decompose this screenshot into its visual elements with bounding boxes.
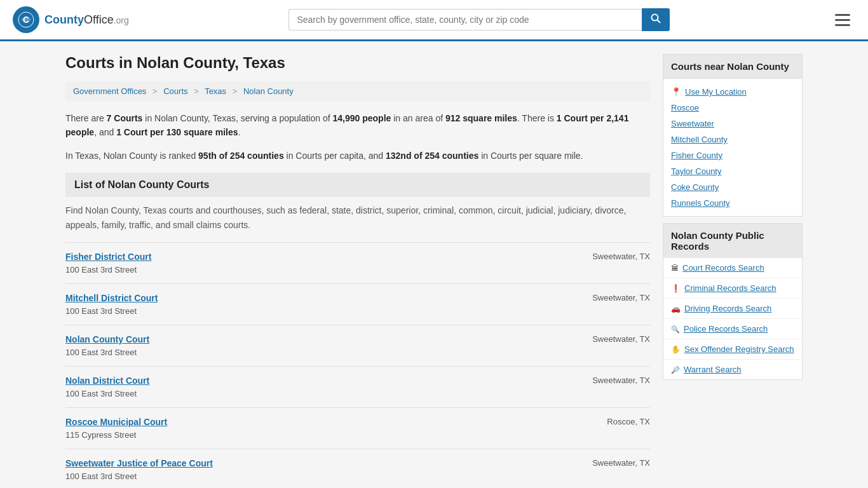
court-city-3: Sweetwater, TX xyxy=(592,376,650,385)
court-records-item[interactable]: Court Records Search xyxy=(663,258,802,278)
site-header: C CountyOffice.org xyxy=(0,0,868,41)
warrant-search-item[interactable]: Warrant Search xyxy=(663,360,802,379)
court-name-3[interactable]: Nolan District Court xyxy=(65,376,149,386)
nearby-fisher-county[interactable]: Fisher County xyxy=(663,147,802,163)
hamburger-icon xyxy=(835,14,850,26)
court-address-4: 115 Cypress Street xyxy=(65,430,136,440)
nearby-sweetwater[interactable]: Sweetwater xyxy=(663,116,802,132)
nearby-use-my-location[interactable]: 📍 Use My Location xyxy=(663,84,802,100)
logo-text: CountyOffice.org xyxy=(44,13,129,27)
breadcrumb-courts[interactable]: Courts xyxy=(163,86,187,96)
breadcrumb-nolan-county[interactable]: Nolan County xyxy=(243,86,294,96)
court-item: Roscoe Municipal Court 115 Cypress Stree… xyxy=(65,407,650,449)
police-records-icon xyxy=(671,324,680,334)
court-name-4[interactable]: Roscoe Municipal Court xyxy=(65,417,167,427)
list-section-description: Find Nolan County, Texas courts and cour… xyxy=(65,203,650,232)
search-icon xyxy=(651,13,661,24)
use-my-location-link[interactable]: Use My Location xyxy=(685,87,747,97)
court-left-2: Nolan County Court 100 East 3rd Street xyxy=(65,334,149,357)
sex-offender-icon xyxy=(671,344,681,354)
nearby-roscoe[interactable]: Roscoe xyxy=(663,100,802,116)
court-item: Nolan District Court 100 East 3rd Street… xyxy=(65,366,650,407)
court-city-2: Sweetwater, TX xyxy=(592,334,650,344)
logo-icon: C xyxy=(13,6,39,33)
per-mile: 1 Court per 130 square miles xyxy=(116,127,238,137)
nearby-section: Courts near Nolan County 📍 Use My Locati… xyxy=(663,54,803,217)
list-section-header: List of Nolan County Courts xyxy=(65,173,650,197)
court-city-0: Sweetwater, TX xyxy=(592,252,650,261)
court-city-5: Sweetwater, TX xyxy=(592,458,650,468)
court-left-1: Mitchell District Court 100 East 3rd Str… xyxy=(65,293,158,316)
logo-area: C CountyOffice.org xyxy=(13,6,129,33)
breadcrumb-texas[interactable]: Texas xyxy=(205,86,226,96)
runnels-county-link[interactable]: Runnels County xyxy=(671,198,730,208)
hamburger-menu-button[interactable] xyxy=(830,11,855,29)
search-button[interactable] xyxy=(642,8,670,31)
nearby-runnels-county[interactable]: Runnels County xyxy=(663,195,802,211)
court-item: Sweetwater Justice of Peace Court 100 Ea… xyxy=(65,449,650,488)
driving-records-link[interactable]: Driving Records Search xyxy=(684,304,771,313)
nearby-taylor-county[interactable]: Taylor County xyxy=(663,163,802,179)
roscoe-link[interactable]: Roscoe xyxy=(671,103,699,112)
fisher-county-link[interactable]: Fisher County xyxy=(671,151,722,160)
court-left-3: Nolan District Court 100 East 3rd Street xyxy=(65,376,149,398)
driving-records-item[interactable]: Driving Records Search xyxy=(663,299,802,319)
court-item: Nolan County Court 100 East 3rd Street S… xyxy=(65,325,650,366)
criminal-records-icon xyxy=(671,283,681,293)
svg-point-3 xyxy=(652,15,658,21)
police-records-item[interactable]: Police Records Search xyxy=(663,319,802,339)
court-address-2: 100 East 3rd Street xyxy=(65,348,137,357)
courts-count: 7 Courts xyxy=(107,113,143,123)
court-list: Fisher District Court 100 East 3rd Stree… xyxy=(65,242,650,488)
court-address-0: 100 East 3rd Street xyxy=(65,265,137,274)
criminal-records-item[interactable]: Criminal Records Search xyxy=(663,278,802,299)
population: 14,990 people xyxy=(333,113,391,123)
nearby-list: 📍 Use My Location Roscoe Sweetwater Mitc… xyxy=(663,78,803,217)
breadcrumb: Government Offices > Courts > Texas > No… xyxy=(65,81,650,101)
nearby-title: Courts near Nolan County xyxy=(663,54,803,78)
main-content: Courts in Nolan County, Texas Government… xyxy=(65,54,650,488)
court-address-3: 100 East 3rd Street xyxy=(65,389,137,398)
court-name-2[interactable]: Nolan County Court xyxy=(65,334,149,344)
court-left-0: Fisher District Court 100 East 3rd Stree… xyxy=(65,252,151,274)
nearby-mitchell-county[interactable]: Mitchell County xyxy=(663,132,802,147)
warrant-search-icon xyxy=(671,365,680,374)
court-city-4: Roscoe, TX xyxy=(607,417,650,426)
public-records-title: Nolan County Public Records xyxy=(663,223,803,258)
rank1: 95th of 254 counties xyxy=(198,151,284,161)
main-wrapper: Courts in Nolan County, Texas Government… xyxy=(53,41,815,488)
taylor-county-link[interactable]: Taylor County xyxy=(671,166,721,176)
search-area xyxy=(288,8,670,31)
court-city-1: Sweetwater, TX xyxy=(592,293,650,302)
police-records-link[interactable]: Police Records Search xyxy=(684,324,768,334)
sex-offender-item[interactable]: Sex Offender Registry Search xyxy=(663,339,802,360)
page-title: Courts in Nolan County, Texas xyxy=(65,54,650,72)
court-records-link[interactable]: Court Records Search xyxy=(682,263,764,273)
sweetwater-link[interactable]: Sweetwater xyxy=(671,119,714,128)
pin-icon: 📍 xyxy=(671,87,681,97)
coke-county-link[interactable]: Coke County xyxy=(671,182,719,192)
public-records-list: Court Records Search Criminal Records Se… xyxy=(663,258,803,380)
driving-records-icon xyxy=(671,304,681,313)
rank2: 132nd of 254 counties xyxy=(386,151,478,161)
sidebar: Courts near Nolan County 📍 Use My Locati… xyxy=(663,54,803,488)
breadcrumb-government-offices[interactable]: Government Offices xyxy=(73,86,146,96)
sex-offender-link[interactable]: Sex Offender Registry Search xyxy=(684,344,794,354)
criminal-records-link[interactable]: Criminal Records Search xyxy=(684,283,776,293)
search-input[interactable] xyxy=(288,9,642,30)
area: 912 square miles xyxy=(445,113,517,123)
court-item: Mitchell District Court 100 East 3rd Str… xyxy=(65,283,650,325)
svg-line-4 xyxy=(658,20,661,24)
warrant-search-link[interactable]: Warrant Search xyxy=(684,365,742,374)
mitchell-county-link[interactable]: Mitchell County xyxy=(671,135,728,144)
court-item: Fisher District Court 100 East 3rd Stree… xyxy=(65,242,650,283)
rank-info: In Texas, Nolan County is ranked 95th of… xyxy=(65,149,650,163)
court-name-1[interactable]: Mitchell District Court xyxy=(65,293,158,303)
public-records-section: Nolan County Public Records Court Record… xyxy=(663,223,803,380)
nearby-coke-county[interactable]: Coke County xyxy=(663,179,802,195)
court-name-0[interactable]: Fisher District Court xyxy=(65,252,151,262)
court-left-4: Roscoe Municipal Court 115 Cypress Stree… xyxy=(65,417,167,440)
court-name-5[interactable]: Sweetwater Justice of Peace Court xyxy=(65,458,213,468)
court-left-5: Sweetwater Justice of Peace Court 100 Ea… xyxy=(65,458,213,481)
court-address-1: 100 East 3rd Street xyxy=(65,306,137,316)
